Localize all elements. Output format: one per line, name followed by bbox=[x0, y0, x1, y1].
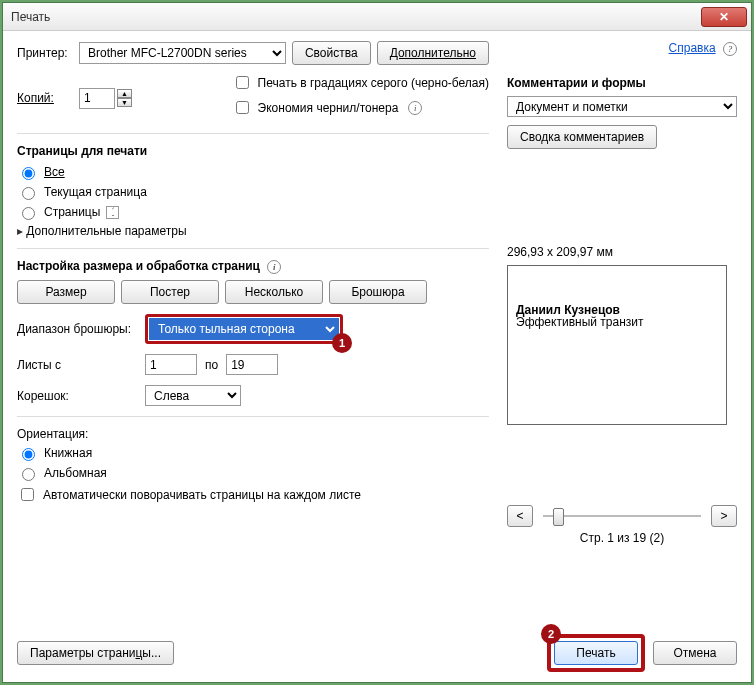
spin-down-icon[interactable]: ▼ bbox=[117, 98, 132, 107]
preview-next-button[interactable]: > bbox=[711, 505, 737, 527]
sizing-section-title: Настройка размера и обработка страниц i bbox=[17, 259, 489, 274]
info-icon[interactable]: i bbox=[267, 260, 281, 274]
grayscale-checkbox[interactable] bbox=[236, 76, 249, 89]
slider-thumb-icon[interactable] bbox=[553, 508, 564, 526]
close-icon: ✕ bbox=[719, 10, 729, 24]
pages-current-label: Текущая страница bbox=[44, 185, 147, 199]
orientation-landscape-radio[interactable] bbox=[22, 468, 35, 481]
printer-label: Принтер: bbox=[17, 46, 73, 60]
comments-section-title: Комментарии и формы bbox=[507, 76, 737, 90]
booklet-range-select[interactable]: Только тыльная сторона bbox=[149, 318, 339, 340]
pages-all-radio[interactable] bbox=[22, 167, 35, 180]
pages-current-radio[interactable] bbox=[22, 187, 35, 200]
spine-label: Корешок: bbox=[17, 389, 137, 403]
annotation-marker-2: 2 bbox=[541, 624, 561, 644]
page-setup-button[interactable]: Параметры страницы... bbox=[17, 641, 174, 665]
titlebar: Печать ✕ bbox=[3, 3, 751, 31]
copies-spinner[interactable]: ▲ ▼ bbox=[79, 88, 132, 109]
print-preview: Даниил Кузнецов Эффективный транзит bbox=[507, 265, 727, 425]
sheets-from-label: Листы с bbox=[17, 358, 137, 372]
autorotate-checkbox[interactable] bbox=[21, 488, 34, 501]
pages-range-input[interactable] bbox=[106, 206, 119, 219]
pages-section-title: Страницы для печати bbox=[17, 144, 489, 158]
sheets-from-input[interactable] bbox=[145, 354, 197, 375]
copies-label: Копий: bbox=[17, 91, 73, 105]
comments-summary-button[interactable]: Сводка комментариев bbox=[507, 125, 657, 149]
orientation-portrait-label: Книжная bbox=[44, 446, 92, 460]
multiple-button[interactable]: Несколько bbox=[225, 280, 323, 304]
booklet-button[interactable]: Брошюра bbox=[329, 280, 427, 304]
comments-select[interactable]: Документ и пометки bbox=[507, 96, 737, 117]
zoom-slider[interactable] bbox=[539, 505, 705, 527]
sheets-to-label: по bbox=[205, 358, 218, 372]
advanced-button[interactable]: Дополнительно bbox=[377, 41, 489, 65]
annotation-highlight-2: 2 Печать bbox=[547, 634, 645, 672]
pages-range-radio[interactable] bbox=[22, 207, 35, 220]
printer-select[interactable]: Brother MFC-L2700DN series bbox=[79, 42, 286, 64]
autorotate-label: Автоматически поворачивать страницы на к… bbox=[43, 488, 361, 502]
annotation-marker-1: 1 bbox=[332, 333, 352, 353]
preview-line-2: Эффективный транзит bbox=[516, 316, 643, 328]
spine-select[interactable]: Слева bbox=[145, 385, 241, 406]
more-params-disclosure[interactable]: Дополнительные параметры bbox=[17, 224, 489, 238]
annotation-highlight-1: Только тыльная сторона 1 bbox=[145, 314, 343, 344]
info-icon[interactable]: i bbox=[408, 101, 422, 115]
help-icon[interactable]: ? bbox=[723, 42, 737, 56]
properties-button[interactable]: Свойства bbox=[292, 41, 371, 65]
orientation-landscape-label: Альбомная bbox=[44, 466, 107, 480]
print-dialog: Печать ✕ Принтер: Brother MFC-L2700DN se… bbox=[2, 2, 752, 683]
size-button[interactable]: Размер bbox=[17, 280, 115, 304]
page-indicator: Стр. 1 из 19 (2) bbox=[507, 531, 737, 545]
copies-input[interactable] bbox=[79, 88, 115, 109]
preview-prev-button[interactable]: < bbox=[507, 505, 533, 527]
preview-dimensions: 296,93 x 209,97 мм bbox=[507, 245, 737, 259]
cancel-button[interactable]: Отмена bbox=[653, 641, 737, 665]
pages-range-label: Страницы bbox=[44, 205, 100, 219]
pages-all-label: Все bbox=[44, 165, 65, 179]
booklet-range-label: Диапазон брошюры: bbox=[17, 322, 137, 336]
orientation-portrait-radio[interactable] bbox=[22, 448, 35, 461]
grayscale-label: Печать в градациях серого (черно-белая) bbox=[258, 76, 489, 90]
ink-save-label: Экономия чернил/тонера bbox=[258, 101, 399, 115]
close-button[interactable]: ✕ bbox=[701, 7, 747, 27]
orientation-label: Ориентация: bbox=[17, 427, 489, 441]
sheets-to-input[interactable] bbox=[226, 354, 278, 375]
window-title: Печать bbox=[11, 10, 701, 24]
help-link[interactable]: Справка bbox=[669, 41, 716, 55]
spin-up-icon[interactable]: ▲ bbox=[117, 89, 132, 98]
poster-button[interactable]: Постер bbox=[121, 280, 219, 304]
ink-save-checkbox[interactable] bbox=[236, 101, 249, 114]
print-button[interactable]: Печать bbox=[554, 641, 638, 665]
